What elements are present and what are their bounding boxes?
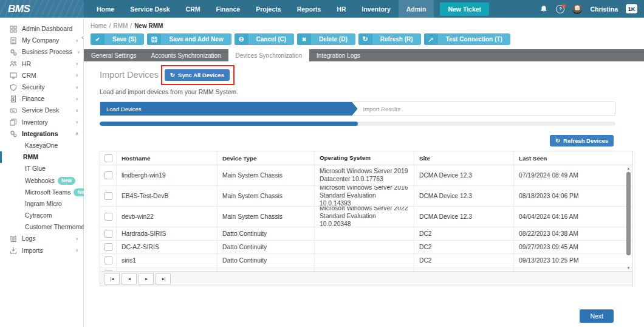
- table-row[interactable]: TaylorSiris1 Datto Continuity DC2 08/22/…: [100, 267, 632, 271]
- sidebar-item-hr[interactable]: HR ∨: [0, 58, 83, 70]
- table-row[interactable]: DC-AZ-SIRIS Datto Continuity DC2 09/27/2…: [100, 241, 632, 254]
- first-page-button[interactable]: |◄: [104, 273, 120, 285]
- sidebar-item-my-company[interactable]: My Company ∨: [0, 35, 83, 46]
- sidebar-item-webhooks[interactable]: Webhooks New: [0, 174, 83, 186]
- sidebar-collapse-icon[interactable]: ‹: [81, 33, 84, 41]
- scroll-up-icon[interactable]: ▲: [627, 167, 631, 170]
- row-checkbox[interactable]: [104, 213, 112, 221]
- sidebar-item-crm[interactable]: CRM ∨: [0, 70, 83, 81]
- row-checkbox[interactable]: [104, 192, 112, 200]
- chevron-down-icon: ∨: [75, 73, 78, 78]
- crm-icon: [10, 72, 17, 79]
- nav-finance[interactable]: Finance: [208, 0, 248, 18]
- breadcrumb-home[interactable]: Home: [91, 22, 107, 29]
- table-row[interactable]: devb-win22 Main System Chassis Microsoft…: [100, 207, 632, 227]
- sidebar-item-logs[interactable]: Logs ∨: [0, 233, 83, 244]
- sidebar-item-kaseyaone[interactable]: KaseyaOne: [0, 140, 83, 151]
- sidebar-item-business-process[interactable]: Business Process ∨: [0, 46, 83, 58]
- top-navigation-bar: BMS Home Service Desk CRM Finance Projec…: [0, 0, 644, 18]
- row-checkbox[interactable]: [104, 243, 112, 251]
- row-checkbox[interactable]: [104, 230, 112, 238]
- row-checkbox[interactable]: [104, 270, 112, 271]
- bms-logo[interactable]: BMS: [0, 0, 84, 18]
- sidebar-item-security[interactable]: Security ∨: [0, 81, 83, 93]
- sidebar-item-inventory[interactable]: Inventory ∨: [0, 117, 83, 128]
- cell-site: DC2: [414, 227, 513, 240]
- progress-bar: [100, 122, 615, 126]
- user-name[interactable]: Christina: [590, 5, 618, 13]
- imports-icon: [10, 247, 17, 254]
- delete-button[interactable]: ✖ Delete (D): [297, 33, 355, 45]
- cancel-button[interactable]: ⊖ Cancel (C): [235, 33, 294, 45]
- cell-last-seen: 04/04/2024 04:16 AM: [513, 207, 632, 227]
- sidebar-item-integrations[interactable]: Integrations ∧: [0, 128, 83, 140]
- test-connection-button[interactable]: Test Connection (T): [424, 33, 510, 45]
- kaseya-one-icon[interactable]: 1K: [626, 4, 637, 13]
- nav-crm[interactable]: CRM: [178, 0, 208, 18]
- sidebar-item-it-glue[interactable]: IT Glue: [0, 163, 83, 174]
- select-all-checkbox[interactable]: [104, 154, 112, 162]
- table-row[interactable]: siris1 Datto Continuity DC2 09/13/2023 1…: [100, 254, 632, 267]
- chevron-down-icon: ∨: [75, 120, 78, 125]
- save-and-add-new-button[interactable]: Save and Add New: [147, 33, 231, 45]
- next-button[interactable]: Next: [580, 309, 614, 323]
- nav-service-desk[interactable]: Service Desk: [122, 0, 177, 18]
- row-checkbox[interactable]: [104, 256, 112, 264]
- table-row[interactable]: Hardrada-SIRIS Datto Continuity DC2 08/2…: [100, 227, 632, 241]
- nav-projects[interactable]: Projects: [248, 0, 289, 18]
- nav-inventory[interactable]: Inventory: [354, 0, 398, 18]
- last-page-button[interactable]: ►|: [156, 273, 171, 285]
- sidebar-item-customer-thermometer[interactable]: Customer Thermometer: [0, 221, 83, 233]
- cell-site: DC2: [414, 241, 513, 253]
- user-avatar[interactable]: [572, 4, 582, 14]
- column-hostname[interactable]: Hostname: [116, 151, 217, 165]
- nav-home[interactable]: Home: [89, 0, 122, 18]
- sidebar-item-cytracom[interactable]: Cytracom: [0, 210, 83, 221]
- help-question-mark: ?: [559, 6, 562, 12]
- progress-bar-fill: [100, 122, 358, 126]
- sidebar-item-finance[interactable]: Finance ∨: [0, 93, 83, 105]
- button-label: Delete (D): [311, 33, 355, 45]
- column-operating-system[interactable]: Operating System: [314, 151, 414, 165]
- scrollbar-thumb[interactable]: [626, 172, 631, 255]
- sidebar-label: Inventory: [22, 119, 48, 126]
- notifications-bell-icon[interactable]: [540, 5, 548, 13]
- tab-integration-logs[interactable]: Integration Logs: [309, 49, 368, 61]
- step-import-results[interactable]: Import Results: [363, 102, 400, 115]
- cell-last-seen: 09/27/2023 09:45 AM: [513, 241, 632, 253]
- cell-os: [314, 241, 414, 253]
- save-button[interactable]: ✔ Save (S): [91, 33, 144, 45]
- help-icon[interactable]: ?: [556, 5, 564, 13]
- sidebar-item-service-desk[interactable]: Service Desk ∨: [0, 105, 83, 116]
- breadcrumb-rmm[interactable]: RMM: [113, 22, 128, 29]
- sidebar-item-imports[interactable]: Imports ∨: [0, 245, 83, 256]
- refresh-devices-button[interactable]: ↻ Refresh Devices: [550, 135, 614, 146]
- tab-devices-synchronization[interactable]: Devices Synchronization: [228, 49, 310, 61]
- nav-admin[interactable]: Admin: [399, 0, 434, 18]
- row-checkbox[interactable]: [104, 171, 112, 179]
- column-device-type[interactable]: Device Type: [217, 151, 314, 165]
- annotation-highlight-box: [161, 65, 235, 85]
- step-load-devices[interactable]: Load Devices: [100, 102, 358, 115]
- tab-accounts-synchronization[interactable]: Accounts Synchronization: [144, 49, 228, 61]
- column-last-seen[interactable]: Last Seen: [513, 151, 632, 165]
- button-label: Refresh (R): [372, 33, 421, 45]
- refresh-button[interactable]: ↻ Refresh (R): [358, 33, 421, 45]
- previous-page-button[interactable]: ◄: [122, 273, 137, 285]
- column-site[interactable]: Site: [414, 151, 513, 165]
- sidebar-item-microsoft-teams[interactable]: Microsoft Teams New: [0, 187, 83, 198]
- scroll-down-icon[interactable]: ▼: [627, 266, 631, 270]
- sidebar-label: Microsoft Teams: [25, 189, 70, 196]
- sidebar-item-ingram-micro[interactable]: Ingram Micro: [0, 198, 83, 210]
- cell-device-type: Datto Continuity: [217, 254, 314, 267]
- next-page-button[interactable]: ►: [139, 273, 154, 285]
- table-row[interactable]: lindbergh-win19 Main System Chassis Micr…: [100, 165, 632, 186]
- button-label: Save and Add New: [161, 33, 231, 45]
- table-row[interactable]: EB4S-Test-DevB Main System Chassis Micro…: [100, 186, 632, 207]
- new-ticket-button[interactable]: New Ticket: [440, 2, 489, 16]
- sidebar-item-admin-dashboard[interactable]: Admin Dashboard: [0, 23, 83, 35]
- nav-hr[interactable]: HR: [329, 0, 354, 18]
- nav-reports[interactable]: Reports: [289, 0, 329, 18]
- tab-general-settings[interactable]: General Settings: [84, 49, 144, 61]
- sidebar-item-rmm[interactable]: RMM: [0, 151, 83, 163]
